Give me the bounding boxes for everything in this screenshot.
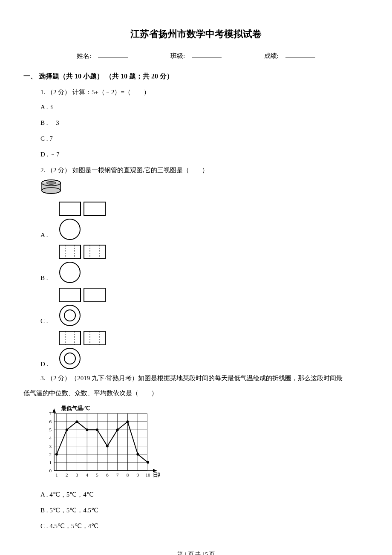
q2-option-c-label: C .: [40, 315, 53, 327]
svg-rect-7: [59, 245, 81, 259]
svg-text:6: 6: [106, 472, 109, 477]
q2-option-b-label: B .: [40, 272, 53, 284]
header-info: 姓名: 班级: 成绩:: [23, 50, 369, 62]
three-view-d-icon: [58, 330, 109, 370]
svg-rect-5: [84, 202, 105, 216]
class-blank: [192, 52, 222, 58]
q3-option-b: B . 5℃，5℃，4.5℃: [40, 505, 369, 516]
q1-option-b: B . ﹣3: [40, 117, 369, 129]
q1-option-d: D . ﹣7: [40, 149, 369, 160]
steel-pipe-icon: [40, 179, 62, 195]
score-blank: [285, 52, 315, 58]
svg-text:8: 8: [127, 472, 129, 477]
svg-text:0: 0: [49, 468, 52, 473]
svg-text:4: 4: [86, 472, 89, 477]
svg-text:3: 3: [49, 444, 52, 449]
question-3: 3. （2 分）（2019 九下·常熟月考）如图是根据某地某段时间的每天最低气温…: [40, 373, 369, 384]
three-view-b-icon: [58, 243, 109, 284]
svg-text:4: 4: [49, 436, 52, 441]
svg-text:2: 2: [49, 452, 52, 457]
question-2: 2. （2 分） 如图是一根钢管的直观图,它的三视图是（ ）: [40, 165, 369, 176]
page-title: 江苏省扬州市数学中考模拟试卷: [23, 26, 369, 43]
svg-text:日期: 日期: [153, 472, 160, 478]
q2-option-b: B .: [40, 243, 369, 284]
svg-point-77: [147, 461, 149, 464]
svg-point-16: [60, 305, 80, 326]
q1-option-c: C . 7: [40, 133, 369, 145]
svg-text:9: 9: [137, 472, 139, 477]
svg-rect-18: [59, 331, 81, 345]
svg-rect-4: [59, 202, 81, 216]
svg-text:最低气温/℃: 最低气温/℃: [61, 405, 90, 411]
q3-option-a: A . 4℃，5℃，4℃: [40, 489, 369, 500]
svg-point-2: [46, 182, 56, 185]
svg-point-24: [60, 348, 80, 369]
question-1: 1. （2 分） 计算：5+（﹣2）=（ ）: [40, 87, 369, 98]
class-label: 班级:: [170, 52, 185, 59]
q2-option-d-label: D .: [40, 358, 53, 370]
page-footer: 第 1 页 共 15 页: [23, 549, 369, 555]
name-label: 姓名:: [77, 52, 91, 59]
q3-option-c: C . 4.5℃，5℃，4℃: [40, 520, 369, 532]
svg-point-13: [60, 262, 80, 283]
svg-marker-64: [52, 408, 56, 413]
svg-text:7: 7: [49, 411, 52, 416]
svg-point-6: [60, 219, 80, 240]
question-3-cont: 低气温的中位数、众数、平均数依次是（ ）: [23, 387, 369, 399]
svg-text:5: 5: [96, 472, 98, 477]
q2-option-c: C .: [40, 286, 369, 327]
svg-rect-10: [84, 245, 105, 259]
section-1-heading: 一、 选择题（共 10 小题） （共 10 题；共 20 分）: [23, 70, 369, 83]
pipe-figure: [40, 179, 369, 199]
svg-rect-21: [84, 331, 105, 345]
svg-text:6: 6: [49, 419, 52, 425]
svg-point-74: [116, 429, 119, 431]
svg-point-73: [106, 445, 109, 448]
svg-point-71: [86, 429, 88, 431]
three-view-c-icon: [58, 286, 109, 327]
svg-point-17: [64, 310, 75, 321]
svg-point-72: [96, 429, 98, 431]
svg-text:2: 2: [66, 472, 68, 477]
svg-text:5: 5: [49, 428, 52, 433]
svg-rect-14: [59, 288, 81, 302]
three-view-a-icon: [58, 200, 109, 241]
q2-option-a: A .: [40, 200, 369, 241]
svg-point-68: [55, 453, 58, 456]
q1-option-a: A . 3: [40, 101, 369, 113]
q2-option-d: D .: [40, 330, 369, 370]
q2-option-a-label: A .: [40, 229, 53, 241]
svg-point-75: [127, 421, 129, 423]
temperature-line-chart: 最低气温/℃0123456712345678910日期: [40, 404, 369, 485]
svg-point-25: [64, 353, 75, 364]
svg-text:1: 1: [55, 472, 58, 477]
svg-rect-15: [84, 288, 105, 302]
svg-text:3: 3: [76, 472, 78, 477]
svg-point-70: [76, 421, 78, 423]
svg-point-76: [136, 453, 139, 456]
svg-point-69: [66, 429, 68, 431]
svg-text:7: 7: [116, 472, 119, 477]
score-label: 成绩:: [264, 52, 279, 59]
name-blank: [98, 52, 128, 58]
svg-text:1: 1: [49, 460, 52, 465]
svg-text:10: 10: [146, 472, 151, 477]
